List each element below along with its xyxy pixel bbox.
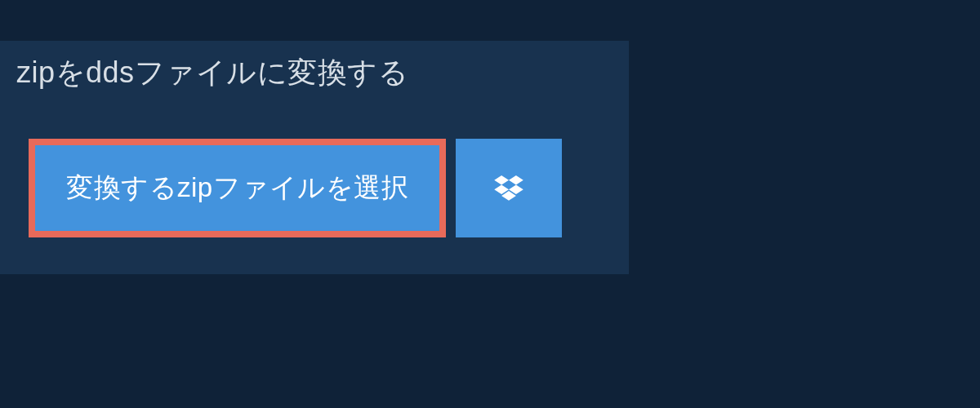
page-title: zipをddsファイルに変換する: [16, 55, 408, 89]
select-file-button[interactable]: 変換するzipファイルを選択: [29, 139, 446, 237]
converter-panel: zipをddsファイルに変換する 変換するzipファイルを選択: [0, 41, 629, 274]
title-bar: zipをddsファイルに変換する: [0, 41, 425, 108]
select-file-label: 変換するzipファイルを選択: [66, 170, 408, 206]
dropbox-button[interactable]: [456, 139, 562, 237]
dropbox-icon: [494, 175, 523, 202]
button-row: 変換するzipファイルを選択: [29, 139, 629, 237]
